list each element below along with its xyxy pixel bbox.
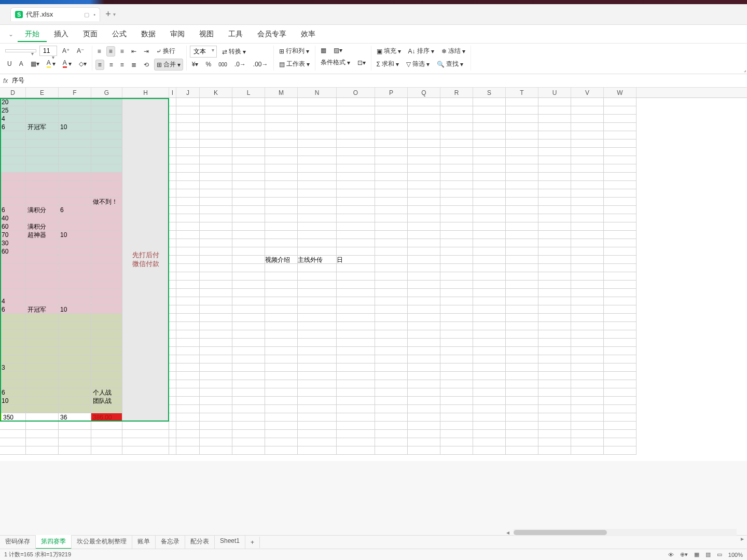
- cell[interactable]: [571, 380, 604, 388]
- cell[interactable]: [538, 422, 571, 430]
- col-header-O[interactable]: O: [337, 88, 375, 97]
- cell[interactable]: [375, 264, 408, 272]
- cell[interactable]: [571, 339, 604, 347]
- cell[interactable]: [200, 272, 232, 281]
- cell[interactable]: [169, 131, 176, 139]
- cell[interactable]: [408, 397, 440, 405]
- cell[interactable]: [440, 430, 473, 438]
- cell[interactable]: [26, 139, 59, 148]
- cell[interactable]: [59, 314, 91, 322]
- cell[interactable]: [337, 363, 375, 372]
- cell[interactable]: [375, 164, 408, 173]
- cell[interactable]: [408, 181, 440, 189]
- cell[interactable]: [538, 239, 571, 247]
- cell[interactable]: [232, 264, 265, 272]
- cell[interactable]: [408, 314, 440, 322]
- cell[interactable]: [604, 322, 637, 330]
- cell[interactable]: [169, 256, 176, 264]
- cell[interactable]: [571, 314, 604, 322]
- cell[interactable]: [26, 430, 59, 438]
- menu-caret-icon[interactable]: ⌄: [4, 31, 18, 38]
- cell[interactable]: [571, 164, 604, 173]
- cell[interactable]: [337, 438, 375, 446]
- cell[interactable]: [571, 422, 604, 430]
- add-tab-button[interactable]: +: [105, 9, 111, 20]
- cell[interactable]: [265, 214, 298, 222]
- cell[interactable]: [26, 322, 59, 330]
- cell[interactable]: [506, 173, 538, 181]
- cell[interactable]: [91, 256, 122, 264]
- cell[interactable]: [91, 164, 122, 173]
- cell[interactable]: [26, 264, 59, 272]
- cell[interactable]: [298, 272, 337, 281]
- cell[interactable]: [200, 214, 232, 222]
- cell[interactable]: [375, 438, 408, 446]
- cell[interactable]: [176, 123, 200, 131]
- cell[interactable]: [232, 422, 265, 430]
- cell[interactable]: [337, 422, 375, 430]
- cell[interactable]: [473, 430, 506, 438]
- increase-font-button[interactable]: A⁺: [60, 46, 72, 55]
- cell[interactable]: [473, 214, 506, 222]
- table-row[interactable]: 60满积分: [0, 222, 747, 231]
- cell[interactable]: [26, 198, 59, 206]
- cell[interactable]: [176, 247, 200, 256]
- cell[interactable]: [506, 139, 538, 148]
- cell[interactable]: [265, 156, 298, 164]
- cell[interactable]: [26, 181, 59, 189]
- cell[interactable]: [337, 198, 375, 206]
- cell[interactable]: [59, 397, 91, 405]
- indent-decrease-button[interactable]: ⇤: [129, 47, 139, 56]
- formula-input[interactable]: 序号: [12, 76, 24, 85]
- cell[interactable]: [604, 422, 637, 430]
- cell[interactable]: [440, 139, 473, 148]
- cell[interactable]: [337, 106, 375, 115]
- cell[interactable]: [337, 380, 375, 388]
- cell[interactable]: [265, 247, 298, 256]
- cell[interactable]: [337, 314, 375, 322]
- cell[interactable]: [298, 115, 337, 123]
- cell[interactable]: [91, 355, 122, 363]
- cell[interactable]: [122, 438, 169, 446]
- cell[interactable]: [169, 438, 176, 446]
- cell[interactable]: [169, 123, 176, 131]
- cell[interactable]: [265, 430, 298, 438]
- cell[interactable]: [265, 322, 298, 330]
- cell[interactable]: [408, 380, 440, 388]
- cell[interactable]: [604, 239, 637, 247]
- cell[interactable]: [440, 314, 473, 322]
- cell[interactable]: [200, 430, 232, 438]
- cell[interactable]: [298, 289, 337, 297]
- cell[interactable]: [59, 214, 91, 222]
- cell[interactable]: [538, 214, 571, 222]
- horizontal-scrollbar[interactable]: ◂ ▸: [514, 529, 737, 536]
- cell[interactable]: [169, 330, 176, 339]
- cell[interactable]: [232, 405, 265, 413]
- cell[interactable]: [538, 388, 571, 397]
- cell[interactable]: [26, 239, 59, 247]
- percent-button[interactable]: %: [203, 60, 213, 69]
- cell[interactable]: [26, 405, 59, 413]
- cell[interactable]: [232, 305, 265, 314]
- cell[interactable]: [440, 413, 473, 422]
- find-button[interactable]: 🔍查找▾: [435, 59, 465, 69]
- cell[interactable]: [375, 297, 408, 305]
- cell[interactable]: [408, 139, 440, 148]
- menu-效率[interactable]: 效率: [294, 26, 323, 41]
- cell[interactable]: [538, 98, 571, 106]
- cell[interactable]: [169, 148, 176, 156]
- cell[interactable]: [408, 264, 440, 272]
- cell[interactable]: [265, 173, 298, 181]
- cell[interactable]: [298, 231, 337, 239]
- cell[interactable]: [506, 256, 538, 264]
- cell[interactable]: [265, 339, 298, 347]
- cell[interactable]: [26, 289, 59, 297]
- cell[interactable]: [408, 446, 440, 455]
- cell[interactable]: [265, 363, 298, 372]
- menu-工具[interactable]: 工具: [221, 26, 250, 41]
- cell[interactable]: [408, 322, 440, 330]
- cell[interactable]: [59, 422, 91, 430]
- cell[interactable]: [473, 148, 506, 156]
- cell[interactable]: [232, 413, 265, 422]
- cell[interactable]: [538, 289, 571, 297]
